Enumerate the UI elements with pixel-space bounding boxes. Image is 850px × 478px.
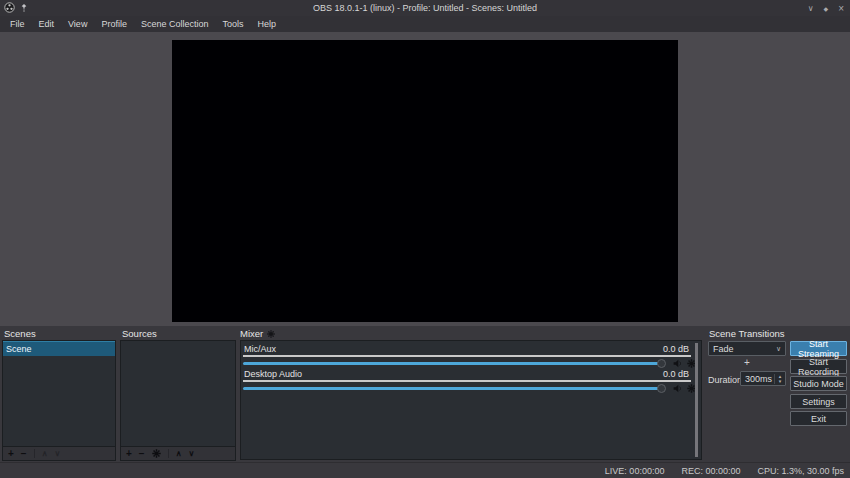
transition-dropdown[interactable]: Fade ∨ [708,341,786,356]
scene-down-button[interactable]: ∨ [55,450,61,458]
transitions-title-label: Scene Transitions [709,328,785,339]
menu-scene-collection[interactable]: Scene Collection [134,18,216,30]
duration-label: Duration [708,375,742,385]
scenes-list[interactable]: Scene [2,340,116,447]
obs-window: OBS 18.0.1-1 (linux) - Profile: Untitled… [0,0,850,478]
preview-canvas[interactable] [172,40,678,322]
chevron-down-icon: ∨ [776,345,781,353]
volume-meter [243,380,691,382]
scenes-title-label: Scenes [4,328,36,339]
remove-scene-button[interactable]: − [21,449,27,459]
volume-slider-track[interactable] [243,362,661,365]
scenes-panel-title: Scenes [4,328,36,339]
menu-tools[interactable]: Tools [215,18,250,30]
mixer-gear-icon[interactable] [267,330,275,338]
rec-time: REC: 00:00:00 [681,466,740,476]
remove-source-button[interactable]: − [139,449,145,459]
sources-toolbar: + − ∧ ∨ [120,447,236,461]
sources-panel-title: Sources [122,328,157,339]
source-up-button[interactable]: ∧ [176,450,182,458]
settings-button[interactable]: Settings [790,394,847,409]
add-source-button[interactable]: + [126,449,132,459]
mixer-channel-desktop-audio: Desktop Audio 0.0 dB [241,369,701,394]
window-maximize-button[interactable]: ◆ [824,5,829,12]
source-properties-gear-icon[interactable] [152,449,161,458]
source-down-button[interactable]: ∨ [189,450,195,458]
toolbar-separator [168,449,169,458]
statusbar: LIVE: 00:00:00 REC: 00:00:00 CPU: 1.3%, … [0,462,850,478]
menu-edit[interactable]: Edit [32,18,62,30]
channel-name: Desktop Audio [244,369,302,379]
sources-title-label: Sources [122,328,157,339]
channel-level: 0.0 dB [663,369,689,379]
add-transition-button[interactable]: + [708,357,786,369]
duration-spinbox[interactable]: 300ms ▴ ▾ [740,371,786,386]
window-close-button[interactable]: × [838,3,844,14]
window-shade-button[interactable]: ∨ [808,4,814,13]
exit-button[interactable]: Exit [790,411,847,426]
window-title: OBS 18.0.1-1 (linux) - Profile: Untitled… [0,3,850,13]
scene-list-item-selected[interactable]: Scene [3,341,115,356]
mixer-panel-title: Mixer [240,328,275,339]
add-scene-button[interactable]: + [8,449,14,459]
menu-view[interactable]: View [61,18,94,30]
scenes-toolbar: + − ∧ ∨ [2,447,116,461]
pin-icon [20,3,28,13]
scene-up-button[interactable]: ∧ [42,450,48,458]
channel-name: Mic/Aux [244,344,276,354]
mixer-channel-mic-aux: Mic/Aux 0.0 dB [241,344,701,369]
start-streaming-button[interactable]: Start Streaming [790,341,847,356]
mixer-panel: Mic/Aux 0.0 dB Desktop Audio 0.0 dB [240,340,702,460]
menu-profile[interactable]: Profile [94,18,134,30]
volume-slider-track[interactable] [243,387,661,390]
titlebar-icons [4,2,28,13]
spin-down-button[interactable]: ▾ [779,379,782,384]
volume-slider-handle[interactable] [657,384,666,393]
duration-value: 300ms [741,374,774,384]
volume-slider-handle[interactable] [657,359,666,368]
menu-file[interactable]: File [3,18,32,30]
channel-level: 0.0 dB [663,344,689,354]
speaker-icon[interactable] [673,384,683,395]
studio-mode-button[interactable]: Studio Mode [790,376,847,391]
obs-logo-icon [4,2,15,13]
volume-meter [243,355,691,357]
live-time: LIVE: 00:00:00 [605,466,665,476]
transition-selected-value: Fade [713,344,734,354]
menubar: File Edit View Profile Scene Collection … [0,16,850,32]
toolbar-separator [34,449,35,458]
start-recording-button[interactable]: Start Recording [790,359,847,374]
cpu-fps: CPU: 1.3%, 30.00 fps [757,466,844,476]
mixer-title-label: Mixer [240,328,263,339]
titlebar: OBS 18.0.1-1 (linux) - Profile: Untitled… [0,0,850,16]
sources-list[interactable] [120,340,236,447]
mixer-scrollbar[interactable] [695,343,698,457]
menu-help[interactable]: Help [250,18,283,30]
transitions-panel-title: Scene Transitions [709,328,785,339]
